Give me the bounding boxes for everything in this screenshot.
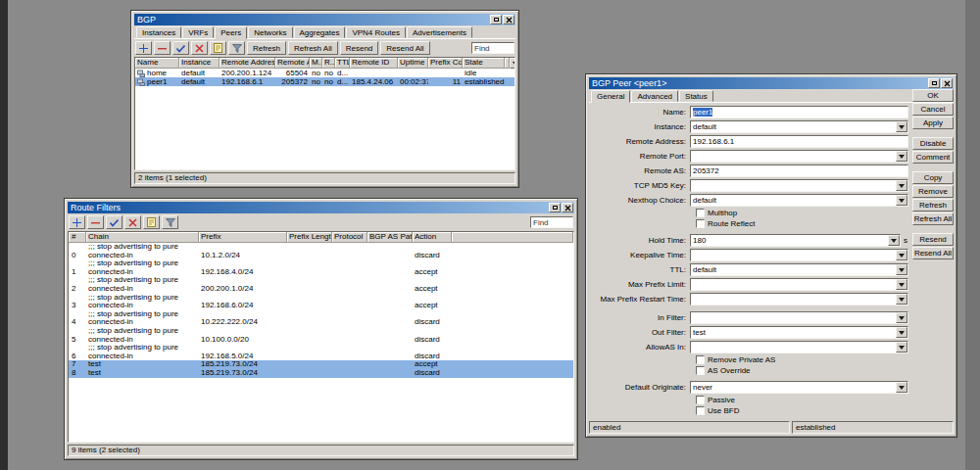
disable-button[interactable]: [124, 215, 141, 229]
out-filter-combo[interactable]: test: [690, 326, 908, 339]
chevron-down-icon[interactable]: [896, 180, 907, 191]
ttl-combo[interactable]: default: [690, 263, 908, 276]
add-button[interactable]: [69, 215, 85, 229]
bgp-titlebar[interactable]: BGP: [134, 14, 515, 25]
column-header-ttl[interactable]: TTL: [335, 58, 350, 69]
max-prefix-limit-combo[interactable]: [690, 278, 908, 291]
column-header-name[interactable]: Name: [135, 58, 179, 69]
filter-comment-row[interactable]: ;;; stop advertising to pure: [69, 310, 573, 319]
in-filter-combo[interactable]: [690, 311, 908, 324]
column-header-remote-id[interactable]: Remote ID: [350, 58, 398, 69]
column-header-uptime[interactable]: Uptime: [398, 58, 428, 69]
remove-private-as-checkbox[interactable]: [696, 355, 705, 364]
name-input[interactable]: peer1: [690, 106, 908, 118]
chevron-down-icon[interactable]: [896, 312, 907, 323]
comment-button[interactable]: [210, 41, 226, 55]
apply-button[interactable]: Apply: [912, 117, 954, 129]
column-selector-button[interactable]: [510, 58, 515, 69]
instance-combo[interactable]: default: [690, 120, 908, 133]
column-header-prefix[interactable]: Prefix: [199, 232, 287, 243]
remove-button[interactable]: [154, 41, 171, 55]
chevron-down-icon[interactable]: [896, 279, 907, 290]
find-input[interactable]: [530, 216, 573, 228]
tab-advertisements[interactable]: Advertisements: [407, 26, 472, 38]
filter-row-3[interactable]: 3connected-in192.168.6.0/24accept: [69, 302, 573, 310]
keepalive-time-combo[interactable]: [690, 249, 908, 261]
column-header-route-reflect[interactable]: R...: [322, 58, 335, 69]
filter-row-8[interactable]: 8test185.219.73.0/24discard: [69, 369, 573, 378]
tab-peers[interactable]: Peers: [215, 26, 247, 39]
close-button[interactable]: [562, 203, 573, 212]
bgp-peer-row-peer1[interactable]: peer1 default 192.168.6.1 205372 no no d…: [135, 77, 514, 86]
filter-row-5[interactable]: 5connected-in10.100.0.0/20discard: [69, 336, 573, 345]
tab-networks[interactable]: Networks: [248, 26, 292, 38]
column-header-prefix-length[interactable]: Prefix Length: [287, 232, 332, 243]
tab-vrfs[interactable]: VRFs: [182, 26, 214, 38]
filter-row-0[interactable]: 0connected-in10.1.2.0/24discard: [69, 252, 573, 260]
chevron-down-icon[interactable]: [896, 250, 907, 260]
filter-comment-row[interactable]: ;;; stop advertising to pure: [69, 344, 573, 352]
comment-button[interactable]: [143, 215, 160, 229]
column-header-instance[interactable]: Instance: [179, 58, 220, 69]
remote-port-combo[interactable]: [690, 150, 908, 163]
filter-row-7[interactable]: 7test185.219.73.0/24accept: [69, 360, 573, 369]
tab-advanced[interactable]: Advanced: [631, 90, 678, 102]
cancel-button[interactable]: Cancel: [912, 103, 954, 116]
peer-dialog-titlebar[interactable]: BGP Peer <peer1>: [589, 77, 954, 89]
multihop-checkbox[interactable]: [696, 209, 705, 217]
chevron-down-icon[interactable]: [896, 382, 907, 393]
nexthop-choice-combo[interactable]: default: [690, 194, 908, 207]
filter-row-2[interactable]: 2connected-in200.200.1.0/24accept: [69, 285, 573, 294]
column-header-bgp-as-path[interactable]: BGP AS Path: [368, 232, 413, 243]
tab-aggregates[interactable]: Aggregates: [294, 26, 346, 38]
chevron-down-icon[interactable]: [896, 342, 907, 352]
enable-button[interactable]: [106, 215, 122, 229]
find-input[interactable]: [471, 42, 514, 54]
filter-comment-row[interactable]: ;;; stop advertising to pure: [69, 327, 573, 336]
maximize-button[interactable]: [549, 203, 561, 212]
tab-general[interactable]: General: [591, 90, 630, 103]
remove-button[interactable]: [87, 215, 104, 229]
refresh-all-button[interactable]: Refresh All: [912, 212, 954, 225]
tab-status[interactable]: Status: [679, 90, 713, 102]
use-bfd-checkbox[interactable]: [696, 406, 705, 415]
tab-instances[interactable]: Instances: [136, 26, 181, 38]
disable-button[interactable]: Disable: [912, 137, 954, 150]
allowas-in-combo[interactable]: [690, 341, 908, 353]
filter-button[interactable]: [162, 215, 178, 229]
route-filters-titlebar[interactable]: Route Filters: [68, 202, 574, 213]
column-header-chain[interactable]: Chain: [86, 232, 199, 243]
column-header-multihop[interactable]: M...: [310, 58, 322, 69]
column-header-state[interactable]: State: [463, 58, 505, 69]
column-header-num[interactable]: #: [69, 232, 86, 243]
filter-comment-row[interactable]: ;;; stop advertising to pure: [69, 294, 573, 303]
remove-button[interactable]: Remove: [912, 185, 954, 198]
passive-checkbox[interactable]: [696, 396, 705, 404]
column-header-remote-address[interactable]: Remote Address: [220, 58, 275, 69]
chevron-down-icon[interactable]: [896, 151, 907, 162]
refresh-all-button[interactable]: Refresh All: [288, 41, 338, 55]
close-button[interactable]: [941, 78, 953, 88]
bgp-peer-row-home[interactable]: home default 200.200.1.124 65504 no no d…: [135, 69, 514, 77]
resend-all-button[interactable]: Resend All: [912, 247, 954, 259]
filter-comment-row[interactable]: ;;; stop advertising to pure: [69, 276, 573, 285]
disable-button[interactable]: [191, 41, 208, 55]
add-button[interactable]: [135, 41, 152, 55]
default-originate-combo[interactable]: never: [690, 381, 908, 394]
close-button[interactable]: [503, 15, 514, 24]
column-header-action[interactable]: Action: [413, 232, 452, 243]
chevron-down-icon[interactable]: [896, 195, 907, 206]
filter-row-1[interactable]: 1connected-in192.168.4.0/24accept: [69, 268, 573, 277]
maximize-button[interactable]: [928, 78, 940, 88]
refresh-button[interactable]: Refresh: [247, 41, 286, 55]
enable-button[interactable]: [172, 41, 189, 55]
remote-address-input[interactable]: 192.168.6.1: [690, 135, 908, 148]
ok-button[interactable]: OK: [912, 89, 954, 102]
tcp-md5-key-combo[interactable]: [690, 179, 908, 192]
column-header-prefix-count[interactable]: Prefix Co...: [428, 58, 463, 69]
tab-vpn4-routes[interactable]: VPN4 Routes: [346, 26, 405, 38]
chevron-down-icon[interactable]: [896, 327, 907, 338]
filter-comment-row[interactable]: ;;; stop advertising to pure: [69, 259, 573, 268]
resend-button[interactable]: Resend: [912, 233, 954, 246]
chevron-down-icon[interactable]: [888, 235, 900, 246]
